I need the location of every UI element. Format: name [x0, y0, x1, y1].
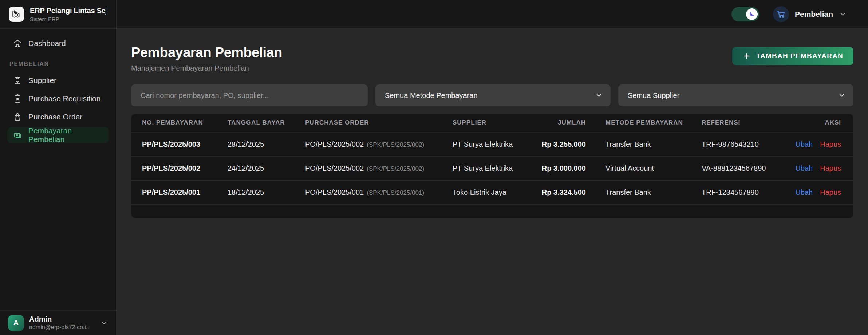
dark-mode-toggle[interactable] — [731, 7, 759, 21]
delete-link[interactable]: Hapus — [820, 188, 841, 196]
sidebar-item-purchase-order[interactable]: Purchase Order — [7, 109, 109, 125]
shopping-bag-icon — [13, 113, 22, 121]
column-header-metode: METODE PEMBAYARAN — [586, 114, 702, 132]
sidebar-item-label: Supplier — [28, 76, 56, 85]
app-logo-icon — [9, 7, 24, 22]
column-header-supplier: SUPPLIER — [453, 114, 533, 132]
sidebar-item-pembayaran-pembelian[interactable]: Pembayaran Pembelian — [7, 127, 109, 143]
app-identity: ERP Pelangi Lintas Sejaht... Sistem ERP — [30, 7, 106, 22]
payment-date: 18/12/2025 — [228, 180, 305, 204]
po-number: PO/PLS/2025/001 — [305, 188, 364, 196]
page-subtitle: Manajemen Pembayaran Pembelian — [131, 64, 282, 72]
payment-method-select[interactable]: Semua Metode Pembayaran — [375, 84, 611, 106]
moon-icon — [749, 11, 755, 17]
column-header-aksi: AKSI — [793, 114, 853, 132]
row-actions: UbahHapus — [793, 132, 853, 156]
purchase-order-cell: PO/PLS/2025/002(SPK/PLS/2025/002) — [305, 156, 453, 180]
add-payment-label: TAMBAH PEMBAYARAN — [756, 52, 843, 60]
payment-reference: VA-8881234567890 — [702, 156, 793, 180]
main-column: Pembelian Pembayaran Pembelian Manajemen… — [117, 0, 868, 335]
supplier-select-value: Semua Supplier — [628, 91, 679, 100]
po-number: PO/PLS/2025/002 — [305, 140, 364, 148]
content: Pembayaran Pembelian Manajemen Pembayara… — [117, 29, 868, 335]
sidebar-item-dashboard[interactable]: Dashboard — [7, 35, 109, 51]
sidebar-section-pembelian: PEMBELIAN — [9, 61, 109, 67]
column-header-tanggal-bayar: TANGGAL BAYAR — [228, 114, 305, 132]
payment-number: PP/PLS/2025/001 — [131, 180, 228, 204]
toggle-knob — [746, 8, 758, 20]
user-email: admin@erp-pls72.co.i... — [29, 324, 91, 331]
chevron-down-icon — [838, 92, 845, 99]
sidebar-item-label: Purchase Order — [28, 113, 82, 121]
sidebar-nav: Dashboard PEMBELIAN Supplier — [0, 29, 116, 310]
chevron-down-icon — [595, 92, 603, 99]
column-header-referensi: REFERENSI — [702, 114, 793, 132]
supplier-select[interactable]: Semua Supplier — [618, 84, 853, 106]
chevron-down-icon — [100, 319, 108, 327]
add-payment-button[interactable]: TAMBAH PEMBAYARAN — [732, 47, 853, 65]
page-head: Pembayaran Pembelian Manajemen Pembayara… — [131, 45, 853, 72]
row-actions: UbahHapus — [793, 156, 853, 180]
payment-amount: Rp 3.324.500 — [533, 180, 586, 204]
row-actions: UbahHapus — [793, 180, 853, 204]
purchase-order-cell: PO/PLS/2025/002(SPK/PLS/2025/002) — [305, 132, 453, 156]
table-row: PP/PLS/2025/003 28/12/2025 PO/PLS/2025/0… — [131, 132, 853, 156]
user-name: Admin — [29, 315, 95, 323]
column-header-jumlah: JUMLAH — [533, 114, 586, 132]
filter-bar: Semua Metode Pembayaran Semua Supplier — [131, 84, 853, 106]
topbar: Pembelian — [117, 0, 868, 29]
avatar: A — [8, 315, 24, 331]
payment-reference: TRF-1234567890 — [702, 180, 793, 204]
po-reference: (SPK/PLS/2025/001) — [367, 189, 424, 196]
module-switcher[interactable]: Pembelian — [773, 6, 847, 22]
payments-table: NO. PEMBAYARAN TANGGAL BAYAR PURCHASE OR… — [131, 114, 853, 204]
app-subtitle: Sistem ERP — [30, 16, 106, 22]
banknotes-icon — [13, 131, 22, 139]
sidebar-item-purchase-requisition[interactable]: Purchase Requisition — [7, 91, 109, 107]
table-row: PP/PLS/2025/001 18/12/2025 PO/PLS/2025/0… — [131, 180, 853, 204]
sidebar-item-label: Pembayaran Pembelian — [28, 126, 103, 144]
module-label: Pembelian — [795, 10, 833, 19]
clipboard-icon — [13, 94, 22, 103]
chevron-down-icon — [839, 10, 847, 18]
supplier-name: Toko Listrik Jaya — [453, 180, 533, 204]
sidebar-item-supplier[interactable]: Supplier — [7, 72, 109, 88]
app-title: ERP Pelangi Lintas Sejaht... — [30, 7, 106, 15]
plus-icon — [742, 52, 751, 60]
delete-link[interactable]: Hapus — [820, 140, 841, 148]
page-head-titles: Pembayaran Pembelian Manajemen Pembayara… — [131, 45, 282, 72]
sidebar-item-label: Dashboard — [28, 39, 66, 48]
delete-link[interactable]: Hapus — [820, 164, 841, 172]
purchase-order-cell: PO/PLS/2025/001(SPK/PLS/2025/001) — [305, 180, 453, 204]
payment-method: Virtual Account — [586, 156, 702, 180]
payments-table-card: NO. PEMBAYARAN TANGGAL BAYAR PURCHASE OR… — [131, 114, 853, 218]
table-header-row: NO. PEMBAYARAN TANGGAL BAYAR PURCHASE OR… — [131, 114, 853, 132]
cart-icon — [773, 6, 789, 22]
app-root: ERP Pelangi Lintas Sejaht... Sistem ERP … — [0, 0, 868, 335]
building-icon — [13, 76, 22, 85]
table-footer — [131, 204, 853, 218]
user-menu[interactable]: A Admin admin@erp-pls72.co.i... — [0, 310, 116, 335]
sidebar-header: ERP Pelangi Lintas Sejaht... Sistem ERP — [0, 0, 116, 29]
table-row: PP/PLS/2025/002 24/12/2025 PO/PLS/2025/0… — [131, 156, 853, 180]
po-reference: (SPK/PLS/2025/002) — [367, 141, 424, 148]
payment-amount: Rp 3.255.000 — [533, 132, 586, 156]
column-header-no-pembayaran: NO. PEMBAYARAN — [131, 114, 228, 132]
edit-link[interactable]: Ubah — [795, 140, 813, 148]
po-number: PO/PLS/2025/002 — [305, 164, 364, 172]
edit-link[interactable]: Ubah — [795, 188, 813, 196]
po-reference: (SPK/PLS/2025/002) — [367, 165, 424, 172]
search-input[interactable] — [131, 84, 368, 106]
page-title: Pembayaran Pembelian — [131, 45, 282, 60]
payment-method: Transfer Bank — [586, 132, 702, 156]
payment-date: 24/12/2025 — [228, 156, 305, 180]
user-meta: Admin admin@erp-pls72.co.i... — [29, 315, 95, 331]
home-icon — [13, 39, 22, 48]
edit-link[interactable]: Ubah — [795, 164, 813, 172]
payment-number: PP/PLS/2025/003 — [131, 132, 228, 156]
payment-method-select-value: Semua Metode Pembayaran — [385, 91, 478, 100]
payment-method: Transfer Bank — [586, 180, 702, 204]
sidebar: ERP Pelangi Lintas Sejaht... Sistem ERP … — [0, 0, 117, 335]
column-header-purchase-order: PURCHASE ORDER — [305, 114, 453, 132]
payment-date: 28/12/2025 — [228, 132, 305, 156]
